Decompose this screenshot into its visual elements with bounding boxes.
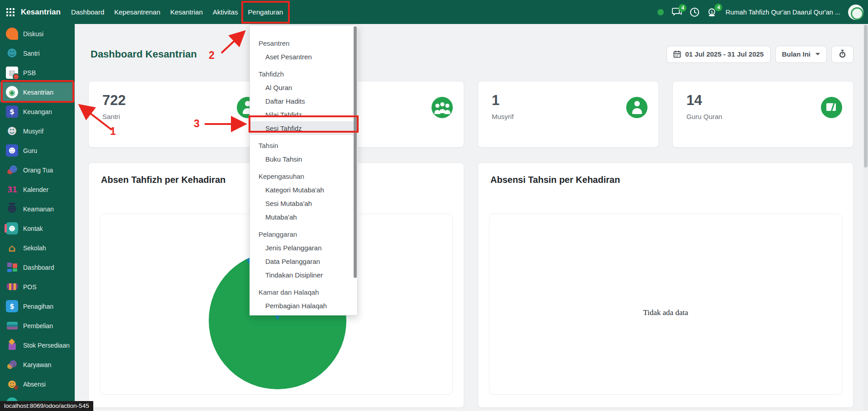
stat-card-santri: 722Santri bbox=[88, 81, 269, 148]
sidebar-item-label: Musyrif bbox=[23, 128, 43, 135]
company-name[interactable]: Rumah Tahfizh Qur'an Daarul Qur'an ... bbox=[725, 9, 840, 16]
settings-item-aset-pesantren[interactable]: Aset Pesantren bbox=[250, 50, 357, 63]
settings-item-buku-tahsin[interactable]: Buku Tahsin bbox=[250, 152, 357, 166]
sidebar-item-label: Stok Persediaan bbox=[23, 342, 70, 349]
sidebar-item-label: Kalender bbox=[23, 186, 48, 193]
dropdown-scrollbar-thumb[interactable] bbox=[354, 26, 357, 278]
topbar: Kesantrian DashboardKepesantrenanKesantr… bbox=[0, 0, 868, 24]
sidebar-item-label: Guru bbox=[23, 147, 37, 154]
settings-item-sesi-tahfidz[interactable]: Sesi Tahfidz bbox=[250, 121, 357, 135]
topbar-menu-item-aktivitas[interactable]: Aktivitas bbox=[208, 0, 243, 24]
sidebar-item-label: Dashboard bbox=[23, 264, 54, 271]
date-range-button[interactable]: 01 Jul 2025 - 31 Jul 2025 bbox=[667, 46, 770, 63]
sidebar-item-orang-tua[interactable]: Orang Tua bbox=[0, 160, 75, 180]
settings-section-kamar-dan-halaqah: Kamar dan Halaqah bbox=[250, 285, 357, 299]
sidebar-item-kalender[interactable]: Kalender bbox=[0, 180, 75, 199]
santri-icon bbox=[6, 47, 18, 59]
sidebar-item-stok-persediaan[interactable]: Stok Persediaan bbox=[0, 335, 75, 355]
page-scrollbar-thumb[interactable] bbox=[864, 25, 868, 167]
tahsin-attendance-chart-card: Absensi Tahsin per Kehadiran Tidak ada d… bbox=[478, 162, 854, 408]
topbar-menu-item-kesantrian[interactable]: Kesantrian bbox=[165, 0, 208, 24]
settings-section-pelanggaran: Pelanggaran bbox=[250, 227, 357, 241]
settings-item-mutaba-ah[interactable]: Mutaba'ah bbox=[250, 210, 357, 224]
settings-section-tahsin: Tahsin bbox=[250, 139, 357, 152]
sidebar-item-absensi[interactable]: Absensi bbox=[0, 374, 75, 394]
penagihan-icon bbox=[6, 300, 18, 312]
pembelian-icon bbox=[6, 320, 18, 332]
page-scrollbar[interactable] bbox=[863, 24, 868, 411]
user-avatar[interactable] bbox=[848, 5, 863, 20]
timer-button[interactable] bbox=[831, 46, 854, 63]
period-select-button[interactable]: Bulan Ini bbox=[775, 46, 827, 63]
main-content: Dashboard Kesantrian 01 Jul 2025 - 31 Ju… bbox=[75, 24, 868, 411]
sidebar-item-label: Kontak bbox=[23, 225, 43, 232]
person-icon bbox=[626, 97, 647, 118]
sidebar-item-label: Karyawan bbox=[23, 361, 51, 368]
sidebar-item-musyrif[interactable]: Musyrif bbox=[0, 121, 75, 141]
keuangan-icon bbox=[6, 105, 18, 118]
header-controls: 01 Jul 2025 - 31 Jul 2025 Bulan Ini bbox=[667, 46, 854, 63]
sidebar-item-kesantrian[interactable]: Kesantrian bbox=[0, 82, 75, 102]
sidebar-item-label: Penagihan bbox=[23, 303, 53, 310]
settings-item-tindakan-disipliner[interactable]: Tindakan Disipliner bbox=[250, 268, 357, 282]
sidebar-item-psb[interactable]: PSB bbox=[0, 63, 75, 82]
settings-item-daftar-hadits[interactable]: Daftar Hadits bbox=[250, 94, 357, 108]
settings-item-al-quran[interactable]: Al Quran bbox=[250, 81, 357, 94]
sidebar-item-sekolah[interactable]: Sekolah bbox=[0, 238, 75, 258]
diskusi-icon bbox=[6, 28, 18, 40]
topbar-right: 4 $ 4 Rumah Tahfizh Qur'an Daarul Qur'an… bbox=[657, 0, 868, 24]
activities-badge: 4 bbox=[715, 4, 722, 11]
sidebar-item-label: Santri bbox=[23, 50, 40, 57]
kalender-icon bbox=[6, 183, 18, 196]
sidebar-item-label: Diskusi bbox=[23, 30, 43, 38]
kesantrian-icon bbox=[6, 86, 18, 98]
settings-item-pembagian-halaqah[interactable]: Pembagian Halaqah bbox=[250, 299, 357, 312]
page-header: Dashboard Kesantrian 01 Jul 2025 - 31 Ju… bbox=[75, 24, 868, 71]
settings-item-pembagian-kamar-santri[interactable]: Pembagian Kamar Santri bbox=[250, 312, 357, 315]
absensi-icon bbox=[6, 378, 18, 390]
activities-button[interactable]: $ 4 bbox=[707, 7, 718, 17]
apps-grid-icon bbox=[6, 8, 14, 16]
status-url-tooltip: localhost:8069/odoo/action-545 bbox=[0, 401, 93, 411]
topbar-menu-item-kepesantrenan[interactable]: Kepesantrenan bbox=[109, 0, 165, 24]
settings-item-jenis-pelanggaran[interactable]: Jenis Pelanggaran bbox=[250, 241, 357, 254]
sidebar-item-label: Keamanan bbox=[23, 206, 54, 213]
app-name[interactable]: Kesantrian bbox=[21, 0, 66, 24]
sidebar-item-karyawan[interactable]: Karyawan bbox=[0, 355, 75, 374]
sidebar-item-pos[interactable]: POS bbox=[0, 277, 75, 296]
sidebar-item-santri[interactable]: Santri bbox=[0, 43, 75, 63]
apps-grid-button[interactable] bbox=[0, 0, 21, 24]
topbar-menu: DashboardKepesantrenanKesantrianAktivita… bbox=[66, 0, 288, 24]
settings-item-data-pelanggaran[interactable]: Data Pelanggaran bbox=[250, 254, 357, 268]
orangtua-icon bbox=[6, 164, 18, 176]
settings-section-kepengasuhan: Kepengasuhan bbox=[250, 169, 357, 183]
online-status-dot bbox=[657, 9, 664, 15]
messages-button[interactable]: 4 bbox=[671, 8, 682, 17]
date-range-label: 01 Jul 2025 - 31 Jul 2025 bbox=[685, 50, 763, 58]
settings-item-sesi-mutaba-ah[interactable]: Sesi Mutaba'ah bbox=[250, 196, 357, 210]
sidebar-item-guru[interactable]: Guru bbox=[0, 141, 75, 160]
settings-item-nilai-tahfidz[interactable]: Nilai Tahfidz bbox=[250, 108, 357, 121]
sidebar-item-keuangan[interactable]: Keuangan bbox=[0, 102, 75, 121]
keamanan-icon bbox=[6, 203, 18, 215]
clock-icon bbox=[690, 7, 700, 17]
pos-icon bbox=[6, 281, 18, 293]
sekolah-icon bbox=[6, 242, 18, 254]
book-icon bbox=[821, 97, 842, 118]
messages-badge: 4 bbox=[679, 4, 686, 12]
settings-item-kategori-mutaba-ah[interactable]: Kategori Mutaba'ah bbox=[250, 183, 357, 196]
stopwatch-icon bbox=[839, 50, 846, 58]
topbar-menu-item-dashboard[interactable]: Dashboard bbox=[66, 0, 109, 24]
sidebar-item-dashboard[interactable]: Dashboard bbox=[0, 258, 75, 277]
chevron-down-icon bbox=[815, 53, 820, 55]
settings-dropdown: PesantrenAset PesantrenTahfidzhAl QuranD… bbox=[249, 25, 358, 315]
sidebar-item-kontak[interactable]: Kontak bbox=[0, 219, 75, 238]
sidebar-item-label: Orang Tua bbox=[23, 167, 53, 174]
musyrif-icon bbox=[6, 125, 18, 137]
sidebar-item-pembelian[interactable]: Pembelian bbox=[0, 316, 75, 335]
recent-button[interactable] bbox=[690, 7, 700, 17]
topbar-menu-item-pengaturan[interactable]: Pengaturan bbox=[243, 0, 288, 24]
sidebar-item-diskusi[interactable]: Diskusi bbox=[0, 24, 75, 43]
sidebar-item-keamanan[interactable]: Keamanan bbox=[0, 199, 75, 219]
sidebar-item-penagihan[interactable]: Penagihan bbox=[0, 296, 75, 316]
